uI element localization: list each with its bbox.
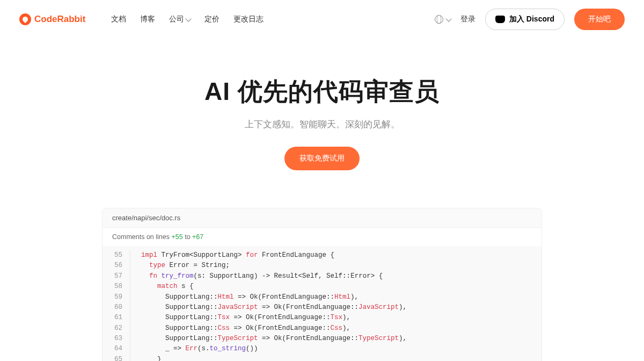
nav-company[interactable]: 公司 [169, 15, 191, 24]
chevron-down-icon [445, 16, 451, 21]
cta-button[interactable]: 获取免费试用 [284, 147, 360, 170]
nav-left: CodeRabbit 文档 博客 公司 定价 更改日志 [19, 13, 264, 25]
line-from: +55 [171, 233, 182, 241]
login-link[interactable]: 登录 [460, 15, 475, 24]
hero-section: AI 优先的代码审查员 上下文感知。智能聊天。深刻的见解。 获取免费试用 [0, 39, 644, 192]
nav-links: 文档 博客 公司 定价 更改日志 [111, 15, 264, 24]
line-to: +67 [192, 233, 203, 241]
comment-range: Comments on lines +55 to +67 [103, 228, 541, 246]
chevron-down-icon [186, 16, 192, 21]
language-selector[interactable] [435, 15, 451, 24]
start-button[interactable]: 开始吧 [574, 9, 625, 30]
line-numbers: 55565758596061626364656667 [103, 250, 130, 361]
hero-title: AI 优先的代码审查员 [11, 75, 633, 109]
comment-prefix: Comments on lines [112, 233, 171, 241]
logo[interactable]: CodeRabbit [19, 13, 85, 25]
code-block: 55565758596061626364656667 impl TryFrom<… [103, 246, 541, 361]
navbar: CodeRabbit 文档 博客 公司 定价 更改日志 登录 加入 Discor… [0, 0, 644, 39]
brand-name: CodeRabbit [34, 14, 85, 25]
discord-button[interactable]: 加入 Discord [485, 9, 565, 30]
file-path: create/napi/sec/doc.rs [103, 208, 541, 228]
discord-label: 加入 Discord [509, 15, 554, 24]
nav-right: 登录 加入 Discord 开始吧 [435, 9, 625, 30]
nav-blog[interactable]: 博客 [140, 15, 155, 24]
nav-docs[interactable]: 文档 [111, 15, 126, 24]
nav-changelog[interactable]: 更改日志 [233, 15, 264, 24]
globe-icon [435, 15, 443, 24]
code-review-card: create/napi/sec/doc.rs Comments on lines… [102, 208, 542, 361]
nav-pricing[interactable]: 定价 [204, 15, 219, 24]
to-word: to [183, 233, 192, 241]
nav-company-label: 公司 [169, 15, 184, 24]
discord-icon [495, 16, 505, 23]
hero-subtitle: 上下文感知。智能聊天。深刻的见解。 [11, 118, 633, 131]
logo-icon [19, 13, 31, 25]
code-content: impl TryFrom<SupportLang> for FrontEndLa… [130, 250, 541, 361]
